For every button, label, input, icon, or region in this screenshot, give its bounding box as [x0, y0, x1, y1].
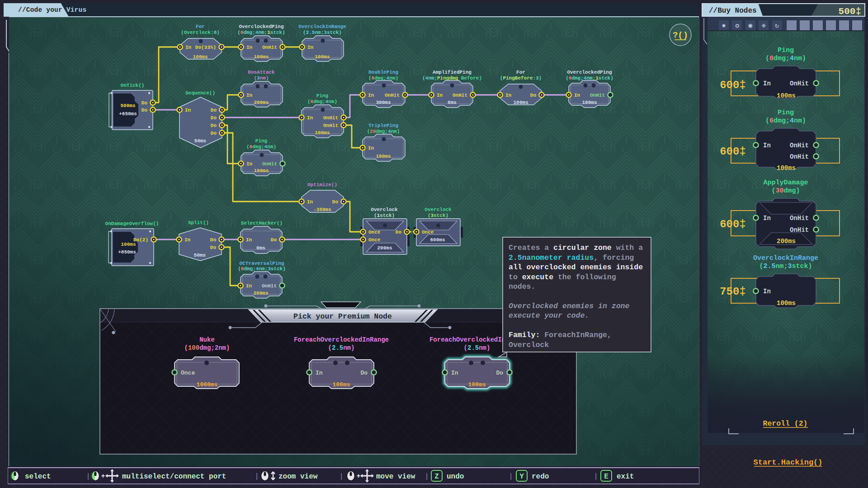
- svg-text:Family: ForeachInRange,: Family: ForeachInRange,: [509, 331, 612, 339]
- svg-text:Creates a circular zone with a: Creates a circular zone with a: [509, 244, 643, 252]
- svg-text:nodes.: nodes.: [509, 282, 535, 291]
- svg-text:ApplyDamage: ApplyDamage: [763, 179, 808, 187]
- svg-text:600‡: 600‡: [720, 79, 746, 91]
- svg-text:In: In: [368, 93, 374, 98]
- svg-text:500ms: 500ms: [120, 103, 135, 108]
- svg-text:Ping: Ping: [778, 47, 794, 54]
- svg-text:OnTick(): OnTick(): [121, 83, 145, 88]
- svg-text:(8dmg;4nm): (8dmg;4nm): [765, 55, 806, 62]
- svg-text:In: In: [307, 115, 313, 121]
- svg-text:Do: Do: [271, 237, 277, 243]
- svg-text:|: |: [86, 473, 90, 481]
- svg-text:(6dmg;4nm;1stck): (6dmg;4nm;1stck): [566, 75, 613, 81]
- svg-text:In: In: [307, 45, 313, 50]
- svg-text:OverclockInRange: OverclockInRange: [753, 254, 818, 262]
- svg-text:600‡: 600‡: [720, 145, 746, 158]
- svg-text:In: In: [246, 237, 252, 243]
- svg-text:Reroll (2): Reroll (2): [763, 419, 807, 428]
- svg-text:Split(): Split(): [188, 220, 209, 225]
- svg-text:?(): ?(): [673, 30, 688, 40]
- svg-text:(100dmg;2nm): (100dmg;2nm): [184, 344, 230, 352]
- svg-text:select: select: [25, 473, 51, 481]
- svg-text:In: In: [246, 161, 252, 167]
- svg-text:In: In: [246, 283, 252, 289]
- svg-text:|: |: [425, 473, 429, 481]
- svg-text:For: For: [196, 24, 205, 29]
- svg-text:In: In: [246, 93, 252, 98]
- svg-text:Do(33%): Do(33%): [195, 45, 216, 50]
- svg-text:100ms: 100ms: [513, 100, 528, 105]
- svg-text:move view: move view: [376, 473, 415, 481]
- svg-text:Ping: Ping: [255, 138, 267, 144]
- svg-text:OverclockedPing: OverclockedPing: [567, 70, 612, 75]
- svg-text:multiselect/connect port: multiselect/connect port: [122, 473, 226, 481]
- svg-text:300ms: 300ms: [376, 100, 391, 105]
- svg-text:(3nm): (3nm): [254, 75, 269, 81]
- svg-text:100ms: 100ms: [777, 300, 796, 307]
- svg-text:◉: ◉: [748, 22, 752, 30]
- svg-text:500‡: 500‡: [839, 6, 861, 17]
- svg-text:In: In: [316, 370, 323, 376]
- svg-text:OnHit: OnHit: [790, 226, 809, 234]
- svg-text:OnHit: OnHit: [323, 123, 338, 128]
- svg-text:In: In: [451, 370, 458, 376]
- svg-text:(2.5nm;3stck): (2.5nm;3stck): [303, 30, 342, 35]
- svg-text:Pick your Premium Node: Pick your Premium Node: [293, 312, 392, 321]
- svg-text:OnHit: OnHit: [385, 93, 400, 98]
- svg-text:200ms: 200ms: [377, 245, 392, 251]
- svg-text:(6dmg;4nm): (6dmg;4nm): [368, 75, 398, 81]
- svg-text:|: |: [594, 473, 598, 481]
- svg-text:0ms: 0ms: [448, 100, 457, 105]
- svg-text:(6dmg;4nm): (6dmg;4nm): [765, 117, 806, 125]
- svg-text:Do: Do: [211, 108, 217, 113]
- svg-text:OnHit: OnHit: [590, 93, 605, 98]
- svg-text:(PingBefore:3): (PingBefore:3): [500, 75, 542, 81]
- svg-text:(Overclock:8): (Overclock:8): [181, 30, 220, 35]
- svg-text:OnHit: OnHit: [453, 93, 467, 98]
- svg-text:|: |: [509, 473, 513, 481]
- svg-text:Overclock: Overclock: [509, 341, 549, 349]
- svg-text:100ms: 100ms: [777, 164, 796, 172]
- svg-text:200ms: 200ms: [254, 100, 269, 105]
- svg-text:50ms: 50ms: [194, 253, 206, 258]
- svg-text:100ms: 100ms: [777, 92, 796, 99]
- svg-text:OnHit: OnHit: [790, 215, 809, 222]
- svg-text:✸: ✸: [722, 22, 726, 30]
- svg-text:Z: Z: [434, 473, 439, 481]
- svg-text:AmplifiedPing: AmplifiedPing: [433, 70, 472, 75]
- svg-text:(20dmg;4nm): (20dmg;4nm): [367, 129, 400, 134]
- svg-text:Once: Once: [181, 370, 195, 376]
- svg-text:|: |: [339, 473, 344, 481]
- svg-text:2.5nanometer radius, forcing: 2.5nanometer radius, forcing: [509, 253, 634, 262]
- svg-text:100ms: 100ms: [582, 100, 597, 105]
- svg-text:↻: ↻: [775, 22, 779, 30]
- svg-text:(6dmg;4nm;3stck): (6dmg;4nm;3stck): [238, 266, 286, 272]
- svg-text:Do: Do: [211, 123, 217, 128]
- svg-text:OnDamageOverflow(): OnDamageOverflow(): [105, 221, 159, 226]
- svg-text:Overclocked enemies in zone: Overclocked enemies in zone: [509, 302, 629, 310]
- svg-text:(6dmg;4nm): (6dmg;4nm): [307, 99, 337, 104]
- svg-text:In: In: [184, 237, 190, 243]
- svg-text:(2.5nm): (2.5nm): [328, 344, 355, 352]
- svg-text:100ms: 100ms: [315, 130, 330, 136]
- svg-text:Do: Do: [332, 199, 339, 205]
- svg-text:Do: Do: [360, 370, 368, 376]
- svg-text:Ping: Ping: [778, 109, 794, 117]
- svg-text:In: In: [185, 45, 191, 50]
- svg-text:ForeachOverclockedInRange: ForeachOverclockedInRange: [294, 336, 389, 343]
- svg-text:100ms: 100ms: [376, 154, 391, 159]
- svg-text:50ms: 50ms: [194, 138, 206, 144]
- svg-text:Do: Do: [211, 115, 217, 121]
- svg-text:1000ms: 1000ms: [197, 381, 218, 388]
- svg-text:Once: Once: [368, 230, 381, 235]
- svg-text:In: In: [763, 80, 771, 87]
- svg-text:Do: Do: [142, 100, 148, 106]
- svg-text:In: In: [574, 93, 580, 98]
- svg-text:In: In: [763, 142, 771, 149]
- svg-text:(1stck): (1stck): [374, 213, 395, 218]
- svg-text:In: In: [763, 215, 771, 222]
- svg-text:(30dmg): (30dmg): [771, 187, 800, 195]
- svg-text://Buy Nodes: //Buy Nodes: [709, 7, 757, 15]
- svg-text:OnHit: OnHit: [262, 45, 277, 50]
- svg-text:Overclock: Overclock: [425, 207, 452, 212]
